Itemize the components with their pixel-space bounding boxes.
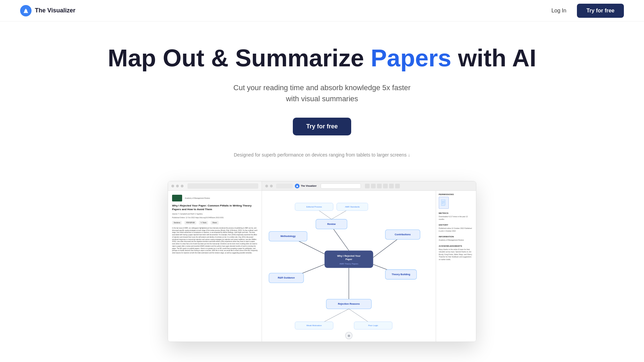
paper-panel: Academy of Management Review Why I Rejec… — [168, 181, 262, 342]
permissions-section: Permissions — [439, 193, 473, 209]
hero-title: Map Out & Summarize Papers with AI — [108, 45, 536, 71]
svg-text:Review: Review — [327, 223, 336, 226]
vis-tool-4[interactable] — [383, 184, 388, 188]
hero-try-free-button[interactable]: Try for free — [293, 118, 351, 135]
product-screenshot: Academy of Management Review Why I Rejec… — [168, 181, 476, 342]
pdf-epub-btn[interactable]: PDF/EPUB — [184, 221, 196, 225]
vis-tool-6[interactable] — [395, 184, 400, 188]
permissions-title: Permissions — [439, 193, 473, 195]
paper-body: In the last issue of AMR, our colleagues… — [172, 227, 258, 254]
svg-text:Rejection Reasons: Rejection Reasons — [338, 302, 360, 305]
vis-url-bar[interactable] — [321, 183, 361, 189]
sections-btn[interactable]: Sections — [172, 221, 182, 225]
vis-dot-2 — [270, 185, 273, 187]
mindmap-area: Why I Rejected Your Paper AMR Theory Pap… — [262, 191, 436, 342]
vis-main: Why I Rejected Your Paper AMR Theory Pap… — [262, 191, 476, 342]
paper-content: Academy of Management Review Why I Rejec… — [168, 191, 262, 258]
information-section: Information Academy of Management Review — [439, 236, 473, 242]
tools-btn[interactable]: ✎ Tools — [199, 221, 208, 225]
svg-text:Contributions: Contributions — [395, 233, 411, 236]
vis-logo-text: The Visualizer — [301, 185, 317, 187]
browser-dot-3 — [181, 185, 183, 187]
vis-browser-bar: The Visualizer — [262, 181, 476, 191]
right-metadata-panel: Permissions Metrics Downloaded — [436, 191, 476, 342]
vis-tool-3[interactable] — [377, 184, 382, 188]
browser-url — [187, 183, 258, 189]
svg-text:R&R Guidance: R&R Guidance — [278, 276, 295, 279]
vis-nav-bar — [276, 184, 293, 188]
hero-subtitle: Cut your reading time and absorb knowled… — [233, 82, 411, 104]
paper-browser-bar — [168, 181, 262, 191]
vis-logo-icon — [295, 184, 300, 188]
paper-date: Published Online: 12 Oct 2022 https://do… — [172, 217, 258, 219]
svg-text:Editorial Process: Editorial Process — [306, 205, 322, 208]
information-text: Academy of Management Review — [439, 239, 473, 242]
hero-subtitle-line1: Cut your reading time and absorb knowled… — [233, 83, 411, 92]
visualizer-section: The Visualizer — [262, 181, 476, 342]
svg-text:Weak Motivation: Weak Motivation — [307, 324, 322, 326]
svg-text:Paper: Paper — [345, 258, 352, 261]
vis-dot-1 — [265, 185, 268, 187]
browser-dot-1 — [171, 185, 174, 187]
share-btn[interactable]: Share — [211, 221, 218, 225]
mindmap-svg: Why I Rejected Your Paper AMR Theory Pap… — [262, 191, 436, 342]
nav-try-free-button[interactable]: Try for free — [577, 4, 624, 18]
hero-title-part2: with AI — [451, 45, 536, 71]
vis-tools — [365, 184, 400, 188]
acknowledgments-title: Acknowledgments — [439, 245, 473, 247]
paper-authors: Jeanne T. Campbell and Ruth V. Aguilera — [172, 213, 258, 215]
metrics-section: Metrics Downloaded 4,117 times in the pa… — [439, 212, 473, 221]
acknowledgments-section: Acknowledgments Many thanks to the entir… — [439, 245, 473, 261]
hero-title-part1: Map Out & Summarize — [108, 45, 371, 71]
svg-point-5 — [297, 185, 298, 187]
svg-line-13 — [373, 237, 401, 257]
paper-toolbar: Sections PDF/EPUB ✎ Tools Share — [172, 221, 258, 225]
paper-title: Why I Rejected Your Paper: Common Pitfal… — [172, 204, 258, 211]
device-note: Designed for superb performance on devic… — [234, 152, 410, 158]
vis-logo: The Visualizer — [295, 184, 317, 188]
journal-header: Academy of Management Review — [172, 195, 258, 201]
svg-text:AMR Standards: AMR Standards — [345, 205, 360, 208]
journal-logo — [172, 195, 182, 201]
login-link[interactable]: Log In — [551, 8, 566, 14]
vis-tool-2[interactable] — [371, 184, 376, 188]
svg-text:Why I Rejected Your: Why I Rejected Your — [337, 254, 361, 257]
svg-line-10 — [331, 226, 349, 251]
vis-tool-5[interactable] — [389, 184, 394, 188]
logo-icon — [20, 5, 32, 16]
svg-text:Poor Logic: Poor Logic — [368, 324, 378, 326]
logo[interactable]: The Visualizer — [20, 5, 75, 16]
svg-point-2 — [24, 9, 27, 12]
hero-title-accent: Papers — [371, 45, 451, 71]
metrics-text: Downloaded 4,117 times in the past 12 mo… — [439, 216, 473, 221]
logo-text: The Visualizer — [35, 7, 75, 14]
svg-text:Theory Building: Theory Building — [392, 273, 410, 276]
hero-section: Map Out & Summarize Papers with AI Cut y… — [0, 21, 644, 181]
journal-name: Academy of Management Review — [185, 197, 210, 199]
svg-text:Methodology: Methodology — [280, 235, 296, 238]
nav-right: Log In Try for free — [551, 4, 624, 18]
information-title: Information — [439, 236, 473, 238]
history-title: History — [439, 224, 473, 226]
history-section: History Published online 12 October 2022… — [439, 224, 473, 232]
acknowledgments-text: Many thanks to the entire AI team for th… — [439, 248, 473, 261]
metrics-title: Metrics — [439, 212, 473, 214]
permissions-file-icon — [439, 197, 449, 209]
vis-tool-1[interactable] — [365, 184, 370, 188]
browser-dot-2 — [176, 185, 179, 187]
svg-text:⊕: ⊕ — [347, 334, 350, 338]
navbar: The Visualizer Log In Try for free — [0, 0, 644, 21]
hero-subtitle-line2: with visual summaries — [286, 95, 358, 103]
file-icon — [441, 199, 446, 206]
history-text: Published online 12 October 2022 Publish… — [439, 227, 473, 232]
svg-text:AMR Theory Papers: AMR Theory Papers — [339, 262, 358, 265]
